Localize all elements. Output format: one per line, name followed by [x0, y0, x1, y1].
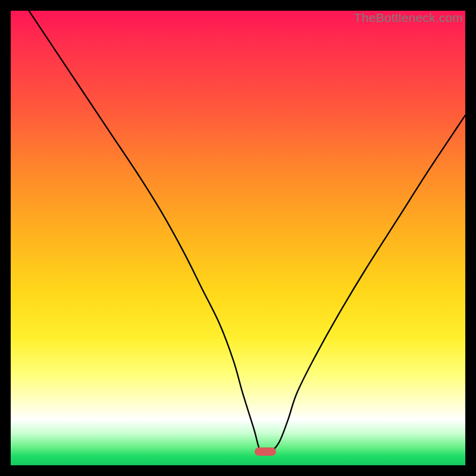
bottleneck-curve-path	[29, 11, 465, 454]
curve-layer	[11, 11, 465, 465]
chart-frame: TheBottleneck.com	[0, 0, 476, 476]
plot-area: TheBottleneck.com	[11, 11, 465, 465]
optimal-marker	[255, 447, 276, 456]
